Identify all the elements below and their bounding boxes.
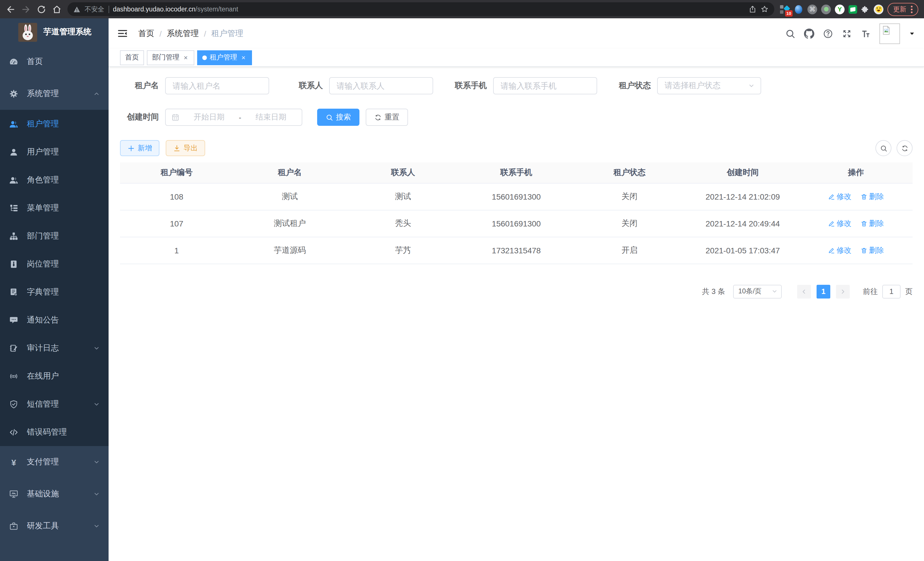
breadcrumb-system[interactable]: 系统管理 bbox=[167, 28, 199, 39]
app-logo-row[interactable]: 芋道管理系统 bbox=[0, 18, 109, 46]
next-page-button[interactable] bbox=[836, 284, 850, 298]
browser-back-icon[interactable] bbox=[6, 4, 15, 14]
sidebar-item-label: 租户管理 bbox=[27, 119, 59, 129]
tag-home[interactable]: 首页 bbox=[120, 50, 144, 65]
sidebar-item-dept[interactable]: 部门管理 bbox=[0, 222, 109, 250]
sidebar-item-audit-log[interactable]: 审计日志 bbox=[0, 334, 109, 362]
search-button[interactable]: 搜索 bbox=[317, 109, 359, 126]
sidebar-item-role[interactable]: 角色管理 bbox=[0, 166, 109, 194]
header-search-icon[interactable] bbox=[785, 28, 795, 39]
contact-input[interactable] bbox=[329, 77, 433, 94]
show-search-button[interactable] bbox=[875, 140, 891, 156]
chevron-down-icon bbox=[771, 288, 778, 295]
start-date-placeholder[interactable]: 开始日期 bbox=[184, 112, 234, 122]
shield-icon bbox=[9, 399, 18, 409]
tab-close-icon[interactable]: × bbox=[182, 53, 189, 62]
browser-reload-icon[interactable] bbox=[37, 4, 46, 14]
search-icon bbox=[880, 144, 887, 152]
end-date-placeholder[interactable]: 结束日期 bbox=[246, 112, 296, 122]
browser-menu-icon[interactable] bbox=[911, 5, 913, 13]
chevron-right-icon bbox=[839, 288, 846, 295]
recorder-extension-icon[interactable] bbox=[821, 4, 831, 14]
sidebar-item-menu[interactable]: 菜单管理 bbox=[0, 194, 109, 222]
avatar[interactable] bbox=[879, 23, 900, 44]
table-row: 107 测试租户 秃头 15601691300 关闭 2021-12-14 20… bbox=[120, 210, 913, 237]
edit-link[interactable]: 修改 bbox=[828, 218, 851, 229]
goto-page-input[interactable] bbox=[882, 284, 901, 298]
audit-icon bbox=[9, 343, 18, 353]
tag-label: 首页 bbox=[125, 53, 139, 62]
filter-contact: 联系人 bbox=[284, 77, 433, 94]
prev-page-button[interactable] bbox=[797, 284, 811, 298]
insecure-warning-icon[interactable] bbox=[73, 5, 81, 13]
plus-icon bbox=[128, 144, 135, 152]
url-text[interactable]: dashboard.yudao.iocoder.cn/system/tenant bbox=[113, 6, 745, 13]
tenant-name-input[interactable] bbox=[165, 77, 269, 94]
sidebar-item-notice[interactable]: 通知公告 bbox=[0, 306, 109, 334]
sidebar-item-system[interactable]: 系统管理 bbox=[0, 78, 109, 110]
github-icon[interactable] bbox=[804, 28, 814, 39]
address-bar[interactable]: 不安全 dashboard.yudao.iocoder.cn/system/te… bbox=[68, 2, 774, 16]
sidebar-collapse-icon[interactable] bbox=[117, 28, 128, 39]
date-range-picker[interactable]: 开始日期 - 结束日期 bbox=[165, 109, 302, 126]
tag-label: 租户管理 bbox=[210, 53, 237, 62]
font-size-icon[interactable] bbox=[861, 28, 871, 39]
sidebar-item-home[interactable]: 首页 bbox=[0, 46, 109, 78]
pagination: 共 3 条 10条/页 1 前往 页 bbox=[120, 284, 913, 298]
sidebar-item-infra[interactable]: 基础设施 bbox=[0, 478, 109, 510]
browser-home-icon[interactable] bbox=[52, 4, 62, 14]
breadcrumb-home[interactable]: 首页 bbox=[138, 28, 154, 39]
delete-link[interactable]: 删除 bbox=[861, 191, 884, 202]
status-select[interactable]: 请选择租户状态 bbox=[657, 77, 761, 94]
flag-extension-icon[interactable] bbox=[849, 5, 857, 14]
tag-tenant-active[interactable]: 租户管理 × bbox=[197, 50, 252, 65]
command-extension-icon[interactable]: ⌘ bbox=[807, 4, 817, 14]
filter-row-1: 租户名 联系人 联系手机 租户状态 请选择租户状态 bbox=[120, 77, 913, 94]
fullscreen-icon[interactable] bbox=[842, 28, 852, 39]
pagination-total: 共 3 条 bbox=[702, 286, 725, 296]
sidebar-item-error-code[interactable]: 错误码管理 bbox=[0, 418, 109, 446]
sidebar-item-sms[interactable]: 短信管理 bbox=[0, 390, 109, 418]
sidebar-item-user[interactable]: 用户管理 bbox=[0, 138, 109, 166]
balloon-extension-icon[interactable] bbox=[794, 4, 803, 14]
cell-phone: 15601691300 bbox=[460, 183, 573, 210]
refresh-table-button[interactable] bbox=[897, 140, 913, 156]
reset-button[interactable]: 重置 bbox=[366, 109, 408, 126]
users-icon bbox=[9, 119, 18, 128]
edit-link[interactable]: 修改 bbox=[828, 245, 851, 255]
export-button[interactable]: 导出 bbox=[166, 140, 205, 156]
tab-close-icon[interactable]: × bbox=[240, 53, 247, 62]
phone-input[interactable] bbox=[493, 77, 597, 94]
delete-link[interactable]: 删除 bbox=[861, 245, 884, 255]
extensions-puzzle-icon[interactable] bbox=[861, 5, 870, 14]
tag-dept[interactable]: 部门管理 × bbox=[147, 50, 194, 65]
sidebar-item-tenant[interactable]: 租户管理 bbox=[0, 110, 109, 138]
edit-link[interactable]: 修改 bbox=[828, 191, 851, 202]
browser-update-button[interactable]: 更新 bbox=[887, 3, 918, 16]
help-icon[interactable] bbox=[823, 28, 833, 39]
sidebar-item-pay[interactable]: ¥ 支付管理 bbox=[0, 446, 109, 478]
sidebar-item-online-user[interactable]: 在线用户 bbox=[0, 362, 109, 390]
sidebar-item-dict[interactable]: 字典管理 bbox=[0, 278, 109, 306]
dictionary-icon bbox=[9, 287, 18, 296]
browser-forward-icon[interactable] bbox=[21, 4, 31, 14]
delete-link[interactable]: 删除 bbox=[861, 218, 884, 229]
security-label: 不安全 bbox=[85, 5, 104, 14]
y-extension-icon[interactable]: Y bbox=[835, 4, 844, 14]
sidebar-item-post[interactable]: 岗位管理 bbox=[0, 250, 109, 278]
sidebar-item-dev-tools[interactable]: 研发工具 bbox=[0, 510, 109, 542]
extensions-area: 10 ⌘ Y 更新 bbox=[780, 3, 918, 16]
org-icon bbox=[9, 231, 18, 241]
tab-manager-extension-icon[interactable]: 10 bbox=[780, 4, 790, 14]
add-button[interactable]: 新增 bbox=[120, 140, 159, 156]
chevron-down-icon bbox=[93, 344, 100, 351]
page-number-current[interactable]: 1 bbox=[817, 284, 830, 298]
main-area: 首页 / 系统管理 / 租户管理 首页 部门管理 × bbox=[109, 18, 924, 561]
breadcrumb-separator: / bbox=[159, 29, 162, 38]
table-header-row: 租户编号 租户名 联系人 联系手机 租户状态 创建时间 操作 bbox=[120, 162, 913, 183]
bookmark-star-icon[interactable] bbox=[760, 5, 769, 13]
user-menu-caret-icon[interactable] bbox=[909, 30, 915, 37]
share-icon[interactable] bbox=[748, 5, 757, 13]
profile-avatar-icon[interactable] bbox=[874, 4, 884, 14]
page-size-select[interactable]: 10条/页 bbox=[733, 284, 782, 298]
